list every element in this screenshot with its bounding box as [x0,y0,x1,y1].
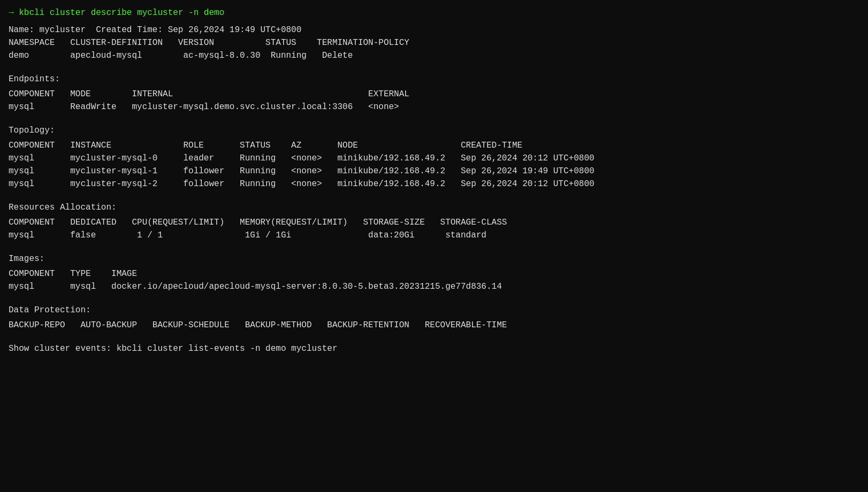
topology-title: Topology: [9,124,859,137]
topology-row-2: mysql mycluster-mysql-2 follower Running… [9,178,859,190]
data-protection-section: Data Protection: BACKUP-REPO AUTO-BACKUP… [9,304,859,332]
topology-header: COMPONENT INSTANCE ROLE STATUS AZ NODE C… [9,139,859,152]
data-protection-title: Data Protection: [9,304,859,317]
resources-section: Resources Allocation: COMPONENT DEDICATE… [9,201,859,242]
endpoints-title: Endpoints: [9,73,859,86]
resources-title: Resources Allocation: [9,201,859,214]
cluster-table: NAMESPACE CLUSTER-DEFINITION VERSION STA… [9,36,859,62]
cluster-table-row: demo apecloud-mysql ac-mysql-8.0.30 Runn… [9,49,859,62]
resources-row: mysql false 1 / 1 1Gi / 1Gi data:20Gi st… [9,229,859,242]
cluster-table-header: NAMESPACE CLUSTER-DEFINITION VERSION STA… [9,36,859,49]
endpoints-row: mysql ReadWrite mycluster-mysql.demo.svc… [9,101,859,113]
images-title: Images: [9,252,859,265]
terminal-window: → kbcli cluster describe mycluster -n de… [9,6,859,355]
prompt-command: kbcli cluster describe mycluster -n demo [14,8,225,18]
topology-row-0: mysql mycluster-mysql-0 leader Running <… [9,152,859,165]
endpoints-section: Endpoints: COMPONENT MODE INTERNAL EXTER… [9,73,859,113]
images-section: Images: COMPONENT TYPE IMAGE mysql mysql… [9,252,859,293]
topology-row-1: mysql mycluster-mysql-1 follower Running… [9,165,859,178]
prompt-arrow: → [9,8,14,18]
prompt-line: → kbcli cluster describe mycluster -n de… [9,6,859,19]
images-row: mysql mysql docker.io/apecloud/apecloud-… [9,280,859,293]
topology-section: Topology: COMPONENT INSTANCE ROLE STATUS… [9,124,859,190]
resources-header: COMPONENT DEDICATED CPU(REQUEST/LIMIT) M… [9,216,859,229]
images-header: COMPONENT TYPE IMAGE [9,267,859,280]
data-protection-header: BACKUP-REPO AUTO-BACKUP BACKUP-SCHEDULE … [9,319,859,332]
endpoints-header: COMPONENT MODE INTERNAL EXTERNAL [9,88,859,101]
name-line: Name: mycluster Created Time: Sep 26,202… [9,24,859,36]
footer-line: Show cluster events: kbcli cluster list-… [9,342,859,355]
